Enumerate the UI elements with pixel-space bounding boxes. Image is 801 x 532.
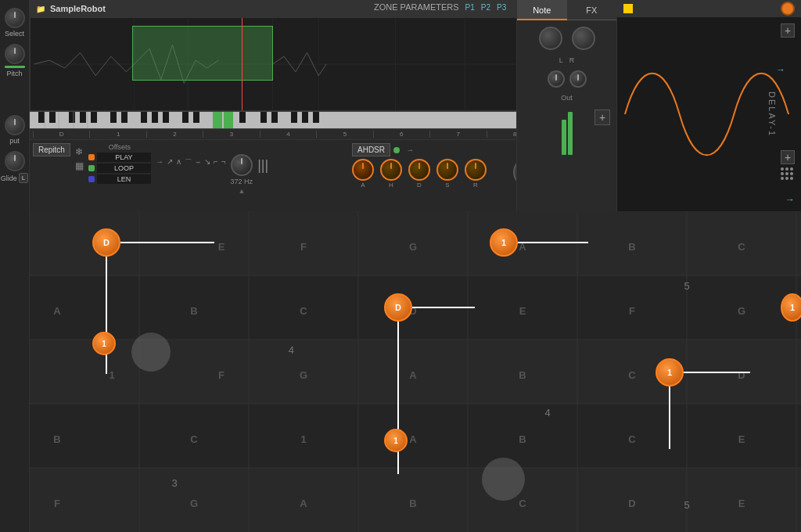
ahdsr-h-knob[interactable] [380, 159, 402, 181]
repitch-button[interactable]: Repitch [33, 143, 70, 156]
svg-rect-9 [49, 112, 56, 123]
svg-text:F: F [218, 369, 224, 381]
freeze-icons: ❄ ▦ [75, 143, 84, 171]
step-icon[interactable]: ⌐ [214, 157, 218, 168]
line-3 [412, 307, 475, 308]
node-4[interactable]: 1 [384, 429, 408, 452]
line-5 [518, 242, 588, 243]
curve-down-icon[interactable]: ⌣ [196, 157, 201, 168]
add-icon[interactable]: + [594, 110, 610, 125]
offsets-section: Offsets PLAY LOOP LEN [88, 143, 151, 184]
hover-circle-2 [482, 458, 525, 501]
fx-tab[interactable]: FX [567, 0, 617, 20]
add-button-delay[interactable]: + [781, 23, 795, 38]
snowflake-icon[interactable]: ❄ [75, 146, 84, 157]
panel-knob-r[interactable] [572, 27, 595, 50]
select-label: Select [5, 30, 24, 38]
ruler-mark-6: 6 [373, 131, 429, 138]
piano-roll[interactable] [30, 111, 546, 128]
note-tab[interactable]: Note [517, 0, 567, 20]
bars-icon[interactable]: ||| [257, 143, 268, 174]
svg-text:C: C [519, 498, 526, 509]
ruler-mark-0: D [33, 131, 89, 138]
svg-text:A: A [53, 305, 61, 317]
small-knob-1[interactable] [548, 70, 565, 88]
ahdsr-h-label: H [389, 182, 393, 189]
arrow-icons-section: → ↗ ∧ ⌒ ⌣ ↘ ⌐ ¬ [156, 143, 226, 168]
loop-indicator [88, 165, 95, 171]
pitch-tune-knob[interactable] [231, 154, 253, 176]
ahdsr-button[interactable]: AHDSR [352, 143, 390, 156]
node-5[interactable]: 1 [490, 228, 518, 257]
node-6[interactable]: 1 [656, 358, 684, 386]
svg-text:C: C [190, 433, 198, 445]
ahdsr-d-knob[interactable] [408, 159, 430, 181]
curve-up-icon[interactable]: ⌒ [185, 157, 192, 168]
ahdsr-r-knob[interactable] [465, 159, 487, 181]
arrow-up-icon[interactable]: ↗ [167, 157, 173, 168]
node-1[interactable]: D [92, 228, 120, 257]
glide-toggle[interactable]: L [19, 173, 28, 183]
right-arrow-icon: → [776, 64, 785, 75]
node-3[interactable]: D [384, 293, 412, 322]
ruler-mark-1: 1 [89, 131, 145, 138]
right-arrow2-icon[interactable]: → [785, 194, 795, 205]
zone-p3-btn[interactable]: P3 [497, 3, 506, 12]
add-button-panel[interactable]: + [594, 110, 610, 125]
note-fx-tabs: Note FX [517, 0, 616, 20]
panel-knob-l[interactable] [539, 27, 562, 50]
waveform-svg [31, 18, 545, 110]
ahdsr-s-knob[interactable] [436, 159, 458, 181]
node-7[interactable]: 1 [781, 293, 801, 322]
zone-p2-btn[interactable]: P2 [481, 3, 490, 12]
svg-rect-21 [224, 112, 233, 128]
svg-text:A: A [409, 369, 417, 381]
arrow-down-icon[interactable]: ↘ [204, 157, 210, 168]
svg-rect-13 [110, 112, 117, 123]
len-row: LEN [88, 174, 151, 184]
zone-params-label: ZONE PARAMETERS [374, 2, 459, 12]
timeline-ruler: D 1 2 3 4 5 6 7 8 [30, 128, 546, 139]
stem-1 [106, 257, 107, 374]
svg-rect-23 [260, 112, 267, 123]
wedge-icon[interactable]: ∧ [176, 157, 181, 168]
node-2[interactable]: 1 [92, 332, 116, 355]
svg-text:5: 5 [684, 499, 689, 511]
arrow-right-icon[interactable]: → [156, 157, 163, 168]
stair-icon[interactable]: ¬ [221, 157, 226, 168]
glide-label: Glide [1, 174, 17, 182]
svg-rect-7 [30, 112, 546, 128]
waveform-area [30, 17, 546, 111]
glide-knob[interactable] [5, 151, 25, 171]
vu-bar-2 [568, 112, 573, 155]
left-sidebar: Select Pitch put Glide L [0, 0, 30, 532]
grid-icon[interactable]: ▦ [75, 160, 84, 171]
svg-text:1: 1 [109, 369, 114, 381]
out-label: Out [561, 94, 573, 102]
power-button[interactable] [781, 2, 795, 16]
svg-rect-15 [141, 112, 147, 123]
play-indicator [88, 154, 95, 160]
app-title: SampleRobot [50, 4, 106, 13]
svg-text:B: B [519, 433, 526, 445]
svg-text:C: C [300, 305, 307, 317]
put-knob[interactable] [5, 115, 25, 135]
ahdsr-header: AHDSR → [352, 143, 508, 156]
len-indicator [88, 176, 95, 182]
ahdsr-a-knob[interactable] [352, 159, 374, 181]
zone-params: ZONE PARAMETERS P1 P2 P3 [374, 2, 506, 12]
grid-dots-icon[interactable] [781, 167, 793, 180]
svg-rect-18 [182, 112, 189, 123]
svg-text:G: G [300, 369, 307, 381]
pitch-knob[interactable] [5, 44, 25, 64]
zone-p1-btn[interactable]: P1 [465, 3, 475, 12]
small-knob-2[interactable] [569, 70, 587, 88]
select-knob[interactable] [5, 8, 25, 28]
ahdsr-s-label: S [445, 182, 449, 189]
svg-text:G: G [738, 305, 745, 317]
ahdsr-knobs: A H D S R [352, 159, 508, 189]
add-button-delay2[interactable]: + [781, 150, 795, 164]
svg-rect-10 [69, 112, 75, 123]
svg-text:A: A [300, 498, 307, 509]
small-knobs-row [548, 70, 587, 88]
